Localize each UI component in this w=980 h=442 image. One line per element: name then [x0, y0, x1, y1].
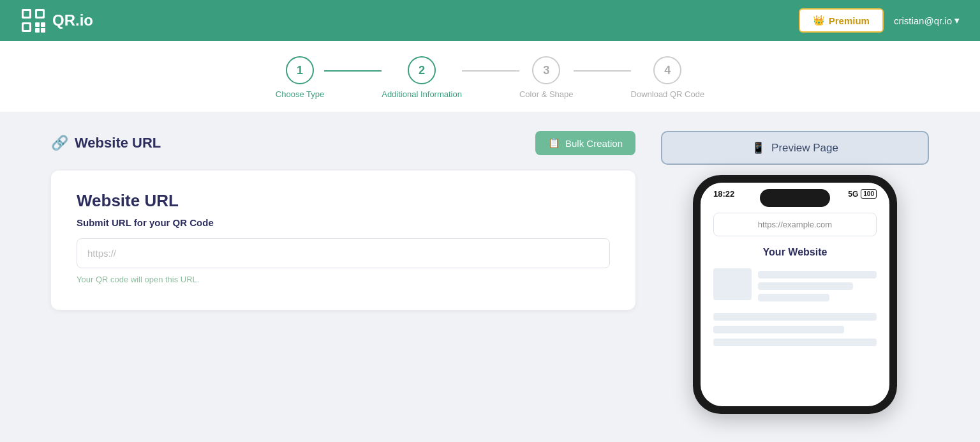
right-panel: 📱 Preview Page 18:22 5G 100 https://exam…	[661, 131, 929, 431]
logo: QR.io	[20, 8, 93, 33]
step-2-circle: 2	[408, 56, 436, 84]
svg-rect-3	[37, 11, 43, 17]
phone-mockup: 18:22 5G 100 https://example.com Your We…	[693, 175, 897, 414]
svg-rect-7	[41, 22, 45, 27]
content-line	[758, 271, 877, 278]
step-1-label: Choose Type	[276, 89, 324, 99]
svg-rect-6	[35, 22, 40, 27]
bulk-label: Bulk Creation	[565, 138, 623, 149]
logo-icon	[20, 8, 46, 33]
chevron-down-icon: ▾	[954, 15, 960, 26]
step-3-circle: 3	[532, 56, 560, 84]
content-line	[713, 326, 844, 333]
main-content: 🔗 Website URL 📋 Bulk Creation Website UR…	[0, 112, 980, 442]
content-block-1	[713, 268, 877, 301]
svg-rect-5	[24, 24, 29, 30]
step-2[interactable]: 2 Additional Information	[382, 56, 462, 99]
form-subtitle: Submit URL for your QR Code	[77, 217, 610, 228]
content-line	[713, 339, 877, 346]
step-3-label: Color & Shape	[519, 89, 574, 99]
phone-content: https://example.com Your Website	[701, 202, 889, 356]
phone-icon: 📱	[752, 141, 765, 155]
content-line	[758, 294, 829, 301]
step-2-number: 2	[419, 64, 425, 77]
phone-time: 18:22	[713, 189, 734, 199]
step-4-label: Download QR Code	[631, 89, 705, 99]
phone-screen: 18:22 5G 100 https://example.com Your We…	[701, 183, 889, 406]
step-4-circle: 4	[653, 56, 681, 84]
step-connector-3	[574, 70, 631, 72]
url-hint: Your QR code will open this URL.	[77, 275, 610, 284]
stepper: 1 Choose Type 2 Additional Information 3…	[276, 56, 704, 99]
header-right: 👑 Premium cristian@qr.io ▾	[799, 8, 960, 33]
step-1-number: 1	[297, 64, 303, 77]
content-line	[713, 313, 877, 321]
content-block-image	[713, 268, 752, 300]
user-menu[interactable]: cristian@qr.io ▾	[894, 15, 960, 26]
phone-website-title: Your Website	[713, 247, 877, 258]
phone-content-lines	[713, 268, 877, 346]
premium-label: Premium	[829, 15, 870, 26]
battery-icon: 100	[861, 189, 877, 199]
phone-notch	[760, 189, 830, 207]
network-icon: 5G	[848, 190, 858, 199]
user-email: cristian@qr.io	[894, 15, 952, 26]
step-connector-2	[462, 70, 519, 72]
logo-text: QR.io	[52, 11, 93, 29]
svg-rect-1	[24, 11, 29, 17]
step-4[interactable]: 4 Download QR Code	[631, 56, 705, 99]
svg-rect-8	[35, 28, 40, 33]
stepper-area: 1 Choose Type 2 Additional Information 3…	[0, 41, 980, 112]
premium-button[interactable]: 👑 Premium	[799, 8, 884, 33]
phone-status-icons: 5G 100	[848, 189, 877, 199]
step-3[interactable]: 3 Color & Shape	[519, 56, 574, 99]
premium-icon: 👑	[813, 15, 825, 26]
link-icon: 🔗	[51, 135, 68, 151]
form-title: Website URL	[77, 191, 610, 211]
step-1-circle: 1	[286, 56, 314, 84]
bulk-creation-button[interactable]: 📋 Bulk Creation	[535, 131, 635, 155]
content-block-text	[758, 268, 877, 301]
url-input[interactable]	[77, 238, 610, 268]
section-title-row: 🔗 Website URL 📋 Bulk Creation	[51, 131, 635, 155]
step-3-number: 3	[543, 64, 549, 77]
section-title-text: Website URL	[75, 135, 161, 151]
section-title: 🔗 Website URL	[51, 135, 161, 151]
form-card: Website URL Submit URL for your QR Code …	[51, 171, 635, 310]
preview-label: Preview Page	[771, 142, 838, 155]
header: QR.io 👑 Premium cristian@qr.io ▾	[0, 0, 980, 41]
preview-page-button[interactable]: 📱 Preview Page	[661, 131, 929, 165]
step-1[interactable]: 1 Choose Type	[276, 56, 324, 99]
content-line	[758, 282, 853, 290]
step-4-number: 4	[664, 64, 671, 77]
bulk-icon: 📋	[548, 137, 560, 149]
phone-url-bar: https://example.com	[713, 213, 877, 236]
step-connector-1	[324, 70, 382, 72]
step-2-label: Additional Information	[382, 89, 462, 99]
left-panel: 🔗 Website URL 📋 Bulk Creation Website UR…	[51, 131, 635, 431]
svg-rect-9	[41, 28, 45, 33]
